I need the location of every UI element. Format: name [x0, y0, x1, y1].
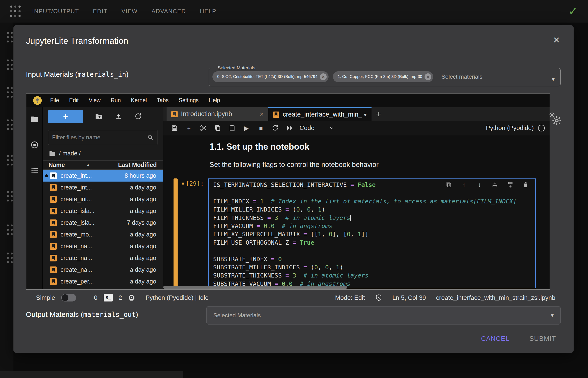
workflow-node-handle-icon[interactable]	[7, 252, 13, 264]
trust-shield-icon	[375, 294, 382, 301]
cell-type-select[interactable]: Code	[299, 124, 314, 132]
chevron-down-icon[interactable]	[329, 125, 335, 131]
kernel-running-dot-icon	[45, 174, 48, 177]
jupyter-menu-tabs[interactable]: Tabs	[152, 97, 174, 104]
tab-create-interface[interactable]: create_interface_with_min_ ●	[268, 107, 372, 121]
file-row[interactable]: create_isla...a day ago	[43, 205, 163, 217]
sort-ascending-icon[interactable]: ▲	[86, 163, 90, 167]
workflow-node-handle-icon[interactable]	[7, 31, 13, 43]
notebook-file-icon	[50, 219, 57, 226]
simple-mode-toggle[interactable]	[61, 294, 76, 301]
move-up-icon[interactable]: ↑	[461, 181, 467, 188]
kernels-count: 2	[119, 294, 122, 301]
kernel-indicator[interactable]: Python (Pyodide)	[486, 124, 545, 132]
file-name: create_isla...	[60, 207, 95, 215]
file-row[interactable]: create_int...a day ago	[43, 193, 163, 205]
selected-materials-select[interactable]: Selected Materials 0: SiO2, Cristobalite…	[209, 65, 561, 86]
jupyter-menu-view[interactable]: View	[84, 97, 106, 104]
stop-icon[interactable]: ■	[257, 124, 265, 132]
add-icon[interactable]: +	[185, 124, 193, 132]
file-row[interactable]: create_int...8 hours ago	[43, 170, 163, 182]
cursor-position[interactable]: Ln 5, Col 39	[392, 294, 426, 301]
chip-remove-icon[interactable]: ×	[425, 73, 431, 80]
settings-gear-icon[interactable]	[549, 112, 563, 126]
save-icon[interactable]	[171, 124, 178, 132]
workflow-node-handle-icon[interactable]	[7, 59, 13, 70]
app-menu-view[interactable]: VIEW	[121, 8, 138, 15]
new-tab-icon[interactable]: +	[372, 107, 385, 121]
app-menu-advanced[interactable]: ADVANCED	[152, 8, 186, 15]
filter-files-input[interactable]	[48, 134, 147, 141]
new-launcher-button[interactable]: +	[48, 110, 83, 123]
workflow-node-handle-icon[interactable]	[7, 119, 13, 131]
material-chip[interactable]: 0: SiO2, Cristobalite, TET (I-42d) 3D (B…	[212, 71, 329, 82]
submit-button[interactable]: SUBMIT	[530, 335, 556, 342]
app-menu-input-output[interactable]: INPUT/OUTPUT	[32, 8, 79, 15]
chip-remove-icon[interactable]: ×	[320, 73, 327, 80]
material-chip[interactable]: 1: Cu, Copper, FCC (Fm-3m) 3D (Bulk), mp…	[333, 71, 433, 82]
dropdown-caret-icon[interactable]: ▼	[551, 77, 556, 82]
refresh-icon[interactable]	[134, 113, 142, 121]
breadcrumb[interactable]: / made /	[49, 150, 81, 157]
new-folder-icon[interactable]	[95, 113, 103, 121]
notebook-file-icon	[50, 278, 57, 285]
paste-icon[interactable]	[228, 124, 236, 132]
home-folder-icon[interactable]	[49, 150, 56, 157]
file-browser-actions: +	[48, 110, 142, 123]
cut-icon[interactable]	[200, 124, 207, 132]
column-name[interactable]: Name	[48, 162, 65, 168]
file-browser-tab-icon[interactable]	[30, 115, 39, 123]
tab-close-icon[interactable]: ×	[260, 110, 264, 118]
kernel-running-dot-icon	[45, 268, 48, 271]
jupyter-menu-run[interactable]: Run	[106, 97, 126, 104]
horizontal-scrollbar[interactable]	[163, 286, 347, 289]
jupyter-menu-help[interactable]: Help	[204, 97, 225, 104]
file-name: create_per...	[60, 278, 94, 285]
file-row[interactable]: create_isla...7 days ago	[43, 217, 163, 229]
jupyter-menu-kernel[interactable]: Kernel	[126, 97, 152, 104]
output-materials-select[interactable]: Selected Materials ▼	[206, 306, 561, 324]
text-cursor	[350, 215, 351, 221]
kernel-running-dot-icon	[45, 233, 48, 236]
file-row[interactable]: create_na...a day ago	[43, 252, 163, 264]
tab-introduction[interactable]: Introduction.ipynb ×	[167, 107, 268, 121]
file-row[interactable]: create_per...a day ago	[43, 276, 163, 287]
notebook-file-icon	[273, 111, 279, 118]
file-modified-time: a day ago	[130, 231, 156, 238]
running-kernels-tab-icon[interactable]	[30, 141, 39, 149]
move-down-icon[interactable]: ↓	[476, 181, 483, 188]
jupyter-menu-settings[interactable]: Settings	[173, 97, 204, 104]
cell-collapser[interactable]	[173, 178, 178, 288]
jupyter-menu-file[interactable]: File	[45, 97, 64, 104]
file-row[interactable]: create_na...a day ago	[43, 240, 163, 252]
page-root: INPUT/OUTPUTEDITVIEWADVANCEDHELP ✓ Jupyt…	[0, 0, 588, 378]
app-menu-edit[interactable]: EDIT	[93, 8, 108, 15]
file-row[interactable]: create_mo...a day ago	[43, 229, 163, 240]
kernel-running-dot-icon	[45, 257, 48, 259]
workflow-node-handle-icon[interactable]	[7, 190, 13, 202]
duplicate-icon[interactable]	[446, 181, 452, 188]
close-icon[interactable]: ×	[553, 34, 560, 45]
insert-above-icon[interactable]	[491, 181, 498, 188]
column-last-modified[interactable]: Last Modified	[118, 161, 163, 169]
copy-icon[interactable]	[214, 124, 221, 132]
restart-icon[interactable]	[272, 124, 279, 132]
delete-icon[interactable]	[522, 181, 529, 188]
workflow-node-handle-icon[interactable]	[7, 154, 13, 166]
simple-mode-label: Simple	[36, 294, 55, 301]
modified-dot-icon	[182, 183, 184, 185]
table-of-contents-tab-icon[interactable]	[30, 167, 39, 175]
upload-icon[interactable]	[115, 113, 122, 121]
app-menu-help[interactable]: HELP	[200, 8, 216, 15]
insert-below-icon[interactable]	[507, 181, 514, 188]
run-all-icon[interactable]	[286, 124, 293, 132]
file-row[interactable]: create_na...a day ago	[43, 264, 163, 276]
file-row[interactable]: create_int...a day ago	[43, 182, 163, 193]
code-cell-editor[interactable]: IS_TERMINATIONS_SELECTION_INTERACTIVE = …	[208, 178, 536, 288]
cancel-button[interactable]: CANCEL	[481, 335, 509, 342]
jupyter-menu-edit[interactable]: Edit	[64, 97, 84, 104]
workflow-node-handle-icon[interactable]	[7, 224, 13, 236]
app-logo-icon[interactable]	[10, 5, 21, 18]
workflow-node-handle-icon[interactable]	[7, 87, 13, 98]
run-icon[interactable]: ▶	[243, 124, 250, 132]
